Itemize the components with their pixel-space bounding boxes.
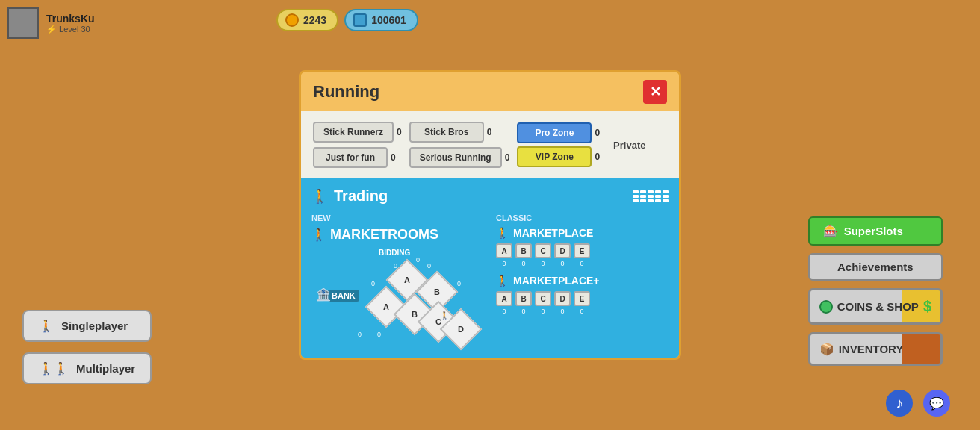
bidding-count-1: 0 (416, 256, 420, 264)
trading-header: 🚶 Trading (311, 187, 669, 205)
mp-plus-slot-count-a: 0 (502, 308, 506, 315)
marketplace-title: 🚶 MARKETPLACE (496, 227, 669, 239)
coins-shop-button[interactable]: COINS & SHOP $ (808, 288, 943, 325)
mp-slot-count-c: 0 (541, 260, 545, 267)
mp-slot-c: C 0 (535, 243, 551, 267)
marketplace-plus-section: 🚶 MARKETPLACE+ A 0 B 0 C (496, 275, 669, 315)
diamond-a-mid-label: A (383, 302, 389, 311)
currency-bar: 2243 100601 (276, 9, 418, 31)
mp-plus-stick-icon: 🚶 (496, 275, 509, 287)
mp-slot-box-e[interactable]: E (574, 243, 590, 258)
mp-slot-count-e: 0 (580, 260, 583, 267)
marketplace-section: 🚶 MARKETPLACE A 0 B 0 C (496, 227, 669, 267)
gem-amount: 100601 (371, 14, 406, 26)
mp-plus-slot-box-a[interactable]: A (496, 291, 512, 306)
trading-grid-icon (633, 190, 669, 202)
avatar (7, 7, 39, 39)
multiplayer-icon: 🚶🚶 (39, 361, 69, 376)
discord-button[interactable]: 💬 (923, 390, 950, 417)
top-bar: TrunksKu ⚡ Level 30 (7, 7, 95, 39)
new-label: NEW (311, 214, 484, 222)
marketrooms-stick-icon: 🚶 (311, 228, 326, 241)
stick-bros-button[interactable]: Stick Bros (409, 122, 484, 143)
mp-plus-slot-box-c[interactable]: C (535, 291, 551, 306)
coin-amount: 2243 (303, 14, 326, 26)
achievements-button[interactable]: Achievements (808, 253, 943, 281)
tile-count-top2: 0 (427, 262, 431, 269)
pro-zone-button[interactable]: Pro Zone (517, 122, 592, 143)
music-button[interactable]: ♪ (886, 390, 913, 417)
superslots-icon: 🎰 (823, 224, 838, 238)
serious-running-count: 0 (505, 152, 510, 163)
run-group-2: Stick Bros 0 Serious Running 0 (409, 122, 510, 168)
multiplayer-label: Multiplayer (76, 362, 135, 375)
mp-plus-slot-count-d: 0 (560, 308, 564, 315)
run-option-stick-bros-row: Stick Bros 0 (409, 122, 510, 143)
coins-shop-label: COINS & SHOP (837, 300, 919, 313)
level-text: Level 30 (59, 25, 90, 34)
discord-icon-symbol: 💬 (929, 396, 944, 411)
just-for-fun-button[interactable]: Just for fun (313, 147, 388, 168)
mp-slot-box-c[interactable]: C (535, 243, 551, 258)
right-panel: 🎰 SuperSlots Achievements COINS & SHOP $… (808, 216, 943, 366)
coin-icon (285, 13, 299, 27)
user-info: TrunksKu ⚡ Level 30 (46, 13, 95, 34)
trading-content: NEW 🚶 MARKETROOMS BIDDING 0 0 0 (311, 214, 669, 346)
coin-currency: 2243 (276, 9, 338, 31)
mp-slot-a: A 0 (496, 243, 512, 267)
marketplace-plus-slots: A 0 B 0 C 0 D 0 (496, 291, 669, 315)
inventory-label: INVENTORY (839, 343, 904, 355)
running-modal: Running ✕ Stick Runnerz 0 Just for fun 0… (299, 70, 681, 360)
inventory-icon: 📦 (819, 342, 834, 356)
run-group-1: Stick Runnerz 0 Just for fun 0 (313, 122, 402, 168)
classic-label: CLASSIC (496, 214, 669, 222)
stick-runnerz-count: 0 (397, 127, 402, 137)
dollar-sign: $ (923, 298, 931, 315)
marketplace-area: CLASSIC 🚶 MARKETPLACE A 0 B (496, 214, 669, 346)
mp-slot-e: E 0 (574, 243, 590, 267)
zone-group: Pro Zone 0 VIP Zone 0 (517, 122, 600, 167)
multiplayer-button[interactable]: 🚶🚶 Multiplayer (22, 352, 152, 384)
mp-plus-slot-a: A 0 (496, 291, 512, 315)
stick-runnerz-button[interactable]: Stick Runnerz (313, 122, 394, 143)
bank-icon: 🏦 (316, 287, 331, 302)
superslots-button[interactable]: 🎰 SuperSlots (808, 216, 943, 246)
tile-bottom-count: 0 (358, 331, 362, 338)
modal-close-button[interactable]: ✕ (643, 80, 667, 104)
mp-plus-slot-count-e: 0 (580, 308, 583, 315)
mp-plus-slot-b: B 0 (515, 291, 532, 315)
marketrooms-area: NEW 🚶 MARKETROOMS BIDDING 0 0 0 (311, 214, 484, 346)
mp-slot-box-d[interactable]: D (554, 243, 571, 258)
mp-stick-icon: 🚶 (496, 227, 509, 239)
mp-slot-box-a[interactable]: A (496, 243, 512, 258)
singleplayer-button[interactable]: 🚶 Singleplayer (22, 310, 152, 342)
music-icon-symbol: ♪ (896, 395, 903, 412)
mp-plus-slot-box-b[interactable]: B (515, 291, 532, 306)
run-option-serious-running-row: Serious Running 0 (409, 147, 510, 168)
mp-slot-count-a: 0 (502, 260, 506, 267)
marketrooms-title: 🚶 MARKETROOMS (311, 227, 484, 243)
mp-slot-count-b: 0 (521, 260, 525, 267)
vip-zone-button[interactable]: VIP Zone (517, 146, 592, 167)
inventory-button[interactable]: 📦 INVENTORY (808, 332, 943, 366)
trading-title: Trading (334, 187, 388, 205)
mp-plus-slot-box-e[interactable]: E (574, 291, 590, 306)
tile-right-count: 5 (446, 319, 450, 326)
diamond-d-label: D (458, 325, 464, 334)
mp-plus-slot-box-d[interactable]: D (554, 291, 571, 306)
modal-header: Running ✕ (301, 72, 679, 111)
level-icon: ⚡ (46, 25, 57, 34)
bottom-icons: ♪ 💬 (886, 390, 950, 417)
singleplayer-icon: 🚶 (39, 319, 54, 333)
singleplayer-label: Singleplayer (61, 320, 128, 332)
coins-shop-coin-icon (819, 300, 833, 314)
mp-plus-slot-count-b: 0 (521, 308, 525, 315)
mp-slot-b: B 0 (515, 243, 532, 267)
tile-side-count: 0 (371, 280, 375, 287)
mp-plus-slot-d: D 0 (554, 291, 571, 315)
mp-plus-slot-e: E 0 (574, 291, 590, 315)
diamond-b-mid-label: B (412, 310, 418, 319)
mp-plus-slot-c: C 0 (535, 291, 551, 315)
serious-running-button[interactable]: Serious Running (409, 147, 502, 168)
mp-slot-box-b[interactable]: B (515, 243, 532, 258)
